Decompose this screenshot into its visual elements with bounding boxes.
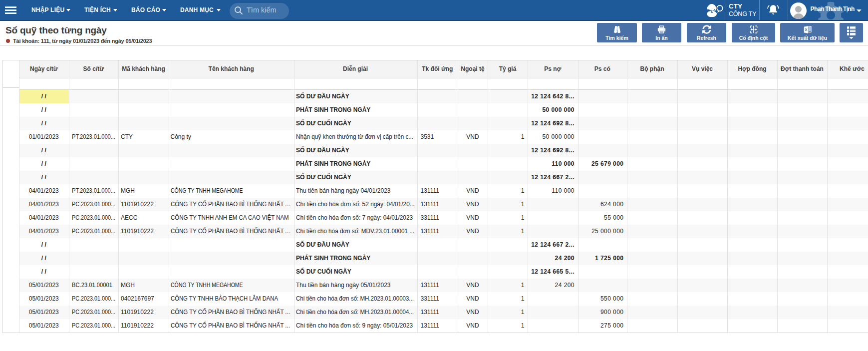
svg-text:X: X	[805, 27, 808, 32]
